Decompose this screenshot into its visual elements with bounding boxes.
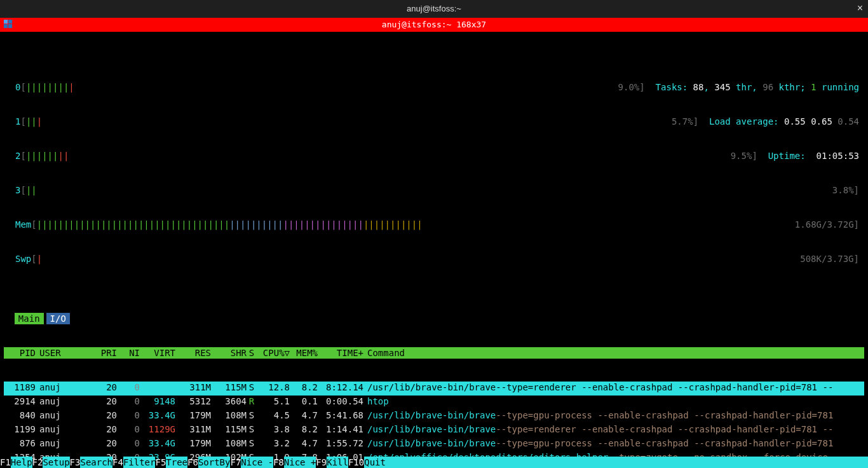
col-user[interactable]: USER xyxy=(36,347,94,359)
mem-text: 1.68G/3.72G xyxy=(795,219,854,230)
col-time[interactable]: TIME+ xyxy=(318,347,363,359)
process-header[interactable]: PID USER PRI NI VIRT RES SHR S CPU%▽ MEM… xyxy=(4,347,864,359)
fkey-label-f5[interactable]: Tree xyxy=(166,457,187,468)
col-mem[interactable]: MEM% xyxy=(290,347,318,359)
fkey-f6[interactable]: F6 xyxy=(187,457,198,468)
col-shr[interactable]: SHR xyxy=(211,347,247,359)
app-icon xyxy=(4,20,13,29)
cpu0-pct: 9.0% xyxy=(618,82,640,92)
col-ni[interactable]: NI xyxy=(117,347,140,359)
tab-main[interactable]: Main xyxy=(15,313,44,324)
fkey-label-f3[interactable]: Search xyxy=(80,457,112,468)
terminal-dim-bar: anuj@itsfoss:~ 168x37 xyxy=(0,18,868,32)
terminal-dim-text: anuj@itsfoss:~ 168x37 xyxy=(382,19,486,31)
swp-text: 508K/3.73G xyxy=(800,254,853,264)
col-cmd[interactable]: Command xyxy=(363,347,834,359)
fkey-label-f4[interactable]: Filter xyxy=(123,457,156,468)
tasks-label: Tasks: xyxy=(656,82,688,92)
fkey-label-f6[interactable]: SortBy xyxy=(198,457,231,468)
fkey-f3[interactable]: F3 xyxy=(70,457,81,468)
svg-rect-0 xyxy=(4,20,8,24)
table-row[interactable]: 2914anuj200914853123604R5.10.10:00.54hto… xyxy=(4,396,864,410)
fkey-f2[interactable]: F2 xyxy=(32,457,43,468)
fkey-f8[interactable]: F8 xyxy=(273,457,284,468)
meters-block: 0[||||||||| 9.0%] Tasks: 88, 345 thr, 96… xyxy=(15,59,864,276)
fkey-f5[interactable]: F5 xyxy=(155,457,166,468)
col-pri[interactable]: PRI xyxy=(94,347,117,359)
fkey-f7[interactable]: F7 xyxy=(230,457,241,468)
window-titlebar: anuj@itsfoss:~ × xyxy=(0,0,868,18)
table-row[interactable]: 840anuj20033.4G179M108MS4.54.75:41.68/us… xyxy=(4,410,864,423)
fkey-label-f9[interactable]: Kill xyxy=(327,457,348,468)
fkey-label-f1[interactable]: Help xyxy=(11,457,32,468)
fkey-label-f7[interactable]: Nice - xyxy=(241,457,273,468)
col-cpu[interactable]: CPU%▽ xyxy=(257,347,290,359)
fkey-f4[interactable]: F4 xyxy=(112,457,123,468)
tab-io[interactable]: I/O xyxy=(46,313,70,324)
uptime-label: Uptime: xyxy=(768,151,806,161)
svg-rect-3 xyxy=(8,24,12,28)
load-label: Load average: xyxy=(709,116,779,127)
table-row[interactable]: 1189anuj2001129G311M115MS12.88.28:12.14/… xyxy=(4,382,864,396)
table-row[interactable]: 876anuj20033.4G179M108MS3.24.71:55.72/us… xyxy=(4,437,864,451)
table-row[interactable]: 1199anuj2001129G311M115MS3.88.21:14.41/u… xyxy=(4,423,864,437)
fkey-f10[interactable]: F10 xyxy=(348,457,364,468)
col-pid[interactable]: PID xyxy=(4,347,36,359)
col-virt[interactable]: VIRT xyxy=(140,347,175,359)
col-s[interactable]: S xyxy=(247,347,257,359)
mem-label: Mem xyxy=(15,219,31,230)
fkey-label-f2[interactable]: Setup xyxy=(43,457,69,468)
col-res[interactable]: RES xyxy=(175,347,211,359)
swp-label: Swp xyxy=(15,254,31,264)
window-title: anuj@itsfoss:~ xyxy=(407,3,461,15)
fkey-bar: F1Help F2Setup F3SearchF4FilterF5Tree F6… xyxy=(0,457,868,468)
fkey-f1[interactable]: F1 xyxy=(0,457,11,468)
fkey-f9[interactable]: F9 xyxy=(316,457,327,468)
svg-rect-1 xyxy=(8,20,12,24)
fkey-label-f8[interactable]: Nice + xyxy=(284,457,316,468)
fkey-label-f10[interactable]: Quit xyxy=(364,457,386,468)
svg-rect-2 xyxy=(4,24,8,28)
process-list[interactable]: 1189anuj2001129G311M115MS12.88.28:12.14/… xyxy=(4,382,864,468)
close-icon[interactable]: × xyxy=(857,3,863,14)
